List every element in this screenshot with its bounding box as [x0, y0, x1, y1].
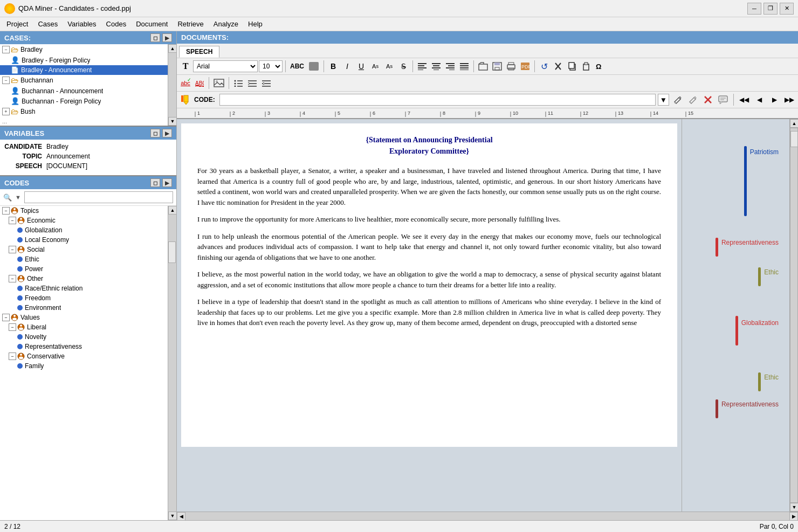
prev-code-btn[interactable]: ◀: [753, 93, 766, 106]
abc-check-btn[interactable]: abc ✓: [179, 77, 192, 89]
cases-scroll-up[interactable]: ▲: [168, 44, 177, 53]
subscript-btn[interactable]: As: [369, 60, 382, 73]
codes-restore-btn[interactable]: ◻: [150, 178, 160, 187]
export-btn[interactable]: PDF: [519, 60, 532, 73]
bold-btn[interactable]: B: [327, 60, 340, 73]
toggle-social[interactable]: −: [9, 246, 16, 253]
last-code-btn[interactable]: ▶▶: [783, 93, 796, 106]
codes-scroll-down[interactable]: ▼: [168, 512, 176, 520]
toggle-bush[interactable]: +: [2, 108, 10, 115]
search-dropdown-btn[interactable]: ▼: [14, 193, 22, 202]
first-code-btn[interactable]: ◀◀: [738, 93, 751, 106]
menu-analyze[interactable]: Analyze: [209, 19, 243, 29]
menu-codes[interactable]: Codes: [102, 19, 131, 29]
underline-btn[interactable]: U: [355, 60, 368, 73]
indent-btn[interactable]: [246, 77, 259, 89]
toggle-economic[interactable]: −: [9, 217, 16, 224]
toggle-topics[interactable]: −: [2, 207, 10, 215]
save-btn[interactable]: [491, 60, 504, 73]
cases-tree-item-buchannan-fp[interactable]: 👤 Buchannan - Foreign Policy: [0, 96, 168, 106]
toggle-liberal[interactable]: −: [9, 323, 16, 331]
code-pencil-btn[interactable]: [671, 93, 684, 106]
codes-tree-conservative[interactable]: − Conservative: [0, 351, 168, 361]
codes-tree-values[interactable]: − Values: [0, 313, 168, 322]
menu-document[interactable]: Document: [132, 19, 172, 29]
codes-tree-social[interactable]: − Social: [0, 245, 168, 254]
align-left-btn[interactable]: [416, 60, 429, 73]
cases-restore-btn[interactable]: ◻: [150, 33, 160, 42]
document-scroll-area[interactable]: {Statement on Announcing PresidentialExp…: [177, 119, 682, 512]
toggle-conservative[interactable]: −: [9, 353, 16, 360]
bullet-list-btn[interactable]: [232, 77, 245, 89]
codes-tree-globalization[interactable]: Globalization: [0, 225, 168, 235]
spellcheck-btn[interactable]: ABC: [193, 77, 206, 89]
undo-btn[interactable]: ↺: [538, 60, 551, 73]
cases-scroll-down[interactable]: ▼: [168, 117, 177, 126]
size-selector[interactable]: 10: [259, 60, 283, 72]
code-input-field[interactable]: [219, 94, 656, 106]
insert-image-btn[interactable]: [212, 77, 226, 89]
code-dropdown-btn[interactable]: ▼: [658, 94, 669, 106]
cases-tree-item-bradley-ann[interactable]: 📄 Bradley - Announcement: [0, 65, 168, 75]
menu-retrieve[interactable]: Retrieve: [173, 19, 208, 29]
codes-tree-freedom[interactable]: Freedom: [0, 293, 168, 303]
codes-tree-race[interactable]: Race/Ethnic relation: [0, 284, 168, 293]
print-btn[interactable]: [505, 60, 518, 73]
doc-scroll-down[interactable]: ▼: [790, 503, 798, 512]
cases-tree-item-buchannan-ann[interactable]: 👤 Buchannan - Announcement: [0, 86, 168, 96]
tab-speech[interactable]: SPEECH: [179, 46, 219, 58]
horizontal-scrollbar[interactable]: ◀ ▶: [177, 512, 798, 520]
doc-scroll-up[interactable]: ▲: [790, 119, 798, 128]
codes-tree-family[interactable]: Family: [0, 361, 168, 371]
codes-pin-btn[interactable]: ▶: [162, 178, 172, 187]
codes-tree-power[interactable]: Power: [0, 264, 168, 274]
menu-project[interactable]: Project: [2, 19, 32, 29]
codes-tree-economic[interactable]: − Economic: [0, 216, 168, 225]
toggle-bradley[interactable]: −: [2, 46, 10, 53]
superscript-btn[interactable]: As: [383, 60, 396, 73]
font-style-btn[interactable]: T: [179, 60, 192, 73]
h-scroll-right[interactable]: ▶: [789, 512, 798, 520]
variables-pin-btn[interactable]: ▶: [162, 129, 172, 137]
codes-tree-other[interactable]: − Other: [0, 274, 168, 284]
codes-tree-topics[interactable]: − Topics: [0, 206, 168, 216]
close-button[interactable]: ✕: [780, 3, 794, 15]
cut-btn[interactable]: [552, 60, 565, 73]
menu-variables[interactable]: Variables: [63, 19, 100, 29]
align-right-btn[interactable]: [444, 60, 457, 73]
special-btn[interactable]: Ω: [594, 60, 607, 73]
outdent-btn[interactable]: [260, 77, 273, 89]
codes-scroll-up[interactable]: ▲: [168, 206, 176, 215]
minimize-button[interactable]: ─: [747, 3, 761, 15]
codes-tree-novelty[interactable]: Novelty: [0, 332, 168, 342]
cases-tree-item-bradley[interactable]: − 🗁 Bradley: [0, 44, 168, 55]
h-scroll-left[interactable]: ◀: [177, 512, 185, 520]
align-justify-btn[interactable]: [458, 60, 471, 73]
abc-btn1[interactable]: ABC: [288, 60, 306, 73]
menu-cases[interactable]: Cases: [33, 19, 62, 29]
toggle-other[interactable]: −: [9, 275, 16, 282]
code-search-btn[interactable]: [686, 93, 699, 106]
cases-tree-item-buchannan[interactable]: − 🗁 Buchannan: [0, 75, 168, 86]
cases-pin-btn[interactable]: ▶: [162, 33, 172, 42]
codes-tree-environment[interactable]: Environment: [0, 303, 168, 313]
restore-button[interactable]: ❐: [763, 3, 778, 15]
paste-btn[interactable]: [580, 60, 593, 73]
variables-restore-btn[interactable]: ◻: [150, 129, 160, 137]
codes-tree-ethic[interactable]: Ethic: [0, 254, 168, 264]
copy-btn[interactable]: [566, 60, 579, 73]
cases-tree-item-bush[interactable]: + 🗁 Bush: [0, 106, 168, 117]
open-btn[interactable]: [477, 60, 490, 73]
code-delete-btn[interactable]: [701, 93, 714, 106]
align-center-btn[interactable]: [430, 60, 443, 73]
codes-search-input[interactable]: [24, 191, 173, 203]
menu-help[interactable]: Help: [244, 19, 267, 29]
abc-btn2[interactable]: [307, 60, 321, 73]
italic-btn[interactable]: I: [341, 60, 354, 73]
codes-tree-liberal[interactable]: − Liberal: [0, 322, 168, 332]
cases-tree-item-bradley-fp[interactable]: 👤 Bradley - Foreign Policy: [0, 55, 168, 65]
font-selector[interactable]: Arial: [193, 60, 258, 72]
code-comment-btn[interactable]: [717, 93, 730, 106]
next-code-btn[interactable]: ▶: [768, 93, 781, 106]
strikethrough-btn[interactable]: S̶: [397, 60, 410, 73]
